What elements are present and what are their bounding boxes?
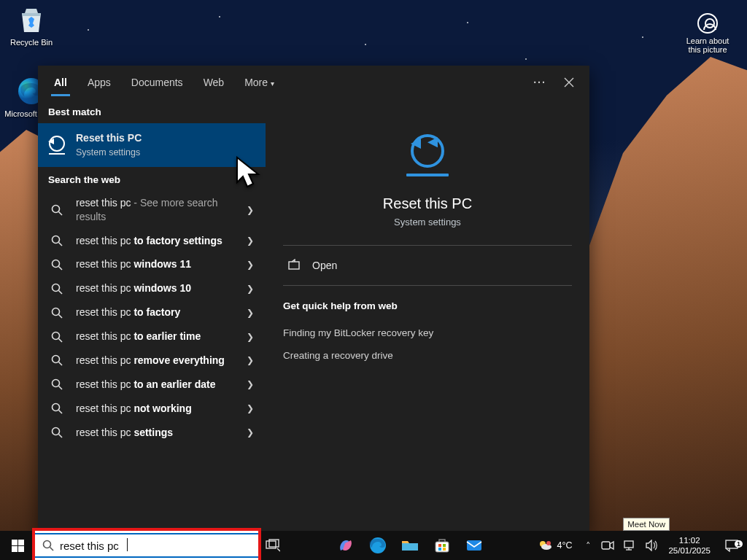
- learn-about-picture[interactable]: Learn about this picture: [678, 13, 737, 54]
- desktop-icon-recycle-bin[interactable]: Recycle Bin: [3, 4, 60, 47]
- svg-point-7: [53, 284, 60, 291]
- task-view-icon: [266, 539, 280, 552]
- tab-web[interactable]: Web: [193, 69, 235, 96]
- chevron-right-icon: ❯: [244, 403, 257, 413]
- weather-widget[interactable]: 4°C: [530, 538, 579, 553]
- search-icon: [48, 402, 66, 414]
- result-text: reset this pc windows 11: [76, 257, 244, 271]
- weather-icon: [538, 538, 552, 553]
- search-icon: [48, 427, 66, 438]
- search-icon: [48, 235, 66, 246]
- search-icon: [42, 540, 54, 551]
- copilot-icon: [336, 536, 355, 555]
- folder-icon: [400, 536, 419, 555]
- tray-meet-now[interactable]: [597, 531, 619, 560]
- taskbar: 4°C ˄ 11:02 25/01/2025 1: [0, 531, 747, 560]
- svg-rect-30: [443, 544, 446, 547]
- close-button[interactable]: [554, 68, 584, 97]
- taskbar-store[interactable]: [427, 531, 457, 560]
- svg-line-2: [59, 211, 63, 215]
- section-best-match: Best match: [38, 99, 266, 123]
- tab-more[interactable]: More ▾: [234, 69, 285, 96]
- result-web-1[interactable]: reset this pc to factory settings❯: [38, 229, 266, 253]
- windows-logo-icon: [12, 540, 24, 552]
- desktop-icon-label: Recycle Bin: [3, 38, 60, 47]
- action-center-button[interactable]: 1: [716, 539, 747, 552]
- svg-point-13: [53, 356, 60, 363]
- start-button[interactable]: [0, 531, 35, 560]
- svg-line-16: [59, 386, 63, 390]
- svg-rect-32: [443, 548, 446, 551]
- result-text: reset this pc settings: [76, 426, 244, 440]
- search-icon: [48, 354, 66, 366]
- result-web-6[interactable]: reset this pc remove everything❯: [38, 349, 266, 373]
- svg-rect-38: [624, 541, 633, 548]
- accessibility-icon: [697, 13, 718, 34]
- recycle-bin-icon: [16, 4, 47, 35]
- svg-line-18: [59, 411, 63, 414]
- svg-point-17: [53, 404, 60, 411]
- chevron-down-icon: ▾: [271, 79, 274, 88]
- options-button[interactable]: ···: [525, 68, 554, 97]
- svg-line-4: [59, 242, 63, 246]
- taskbar-search[interactable]: [35, 531, 258, 560]
- clock-time: 11:02: [668, 535, 711, 545]
- chevron-right-icon: ❯: [244, 308, 257, 318]
- svg-rect-28: [436, 542, 449, 552]
- result-web-0[interactable]: reset this pc - See more search results❯: [38, 191, 266, 229]
- search-icon: [48, 307, 66, 319]
- learn-about-label: this picture: [678, 45, 737, 54]
- tray-volume[interactable]: [640, 531, 662, 560]
- svg-rect-33: [467, 540, 481, 551]
- reset-pc-icon: [403, 134, 452, 184]
- tab-apps[interactable]: Apps: [77, 69, 121, 96]
- task-view-button[interactable]: [258, 531, 287, 560]
- result-best-match[interactable]: Reset this PC System settings: [38, 123, 266, 167]
- taskbar-mail[interactable]: [460, 531, 489, 560]
- tray-network[interactable]: [619, 531, 640, 560]
- result-title: Reset this PC: [76, 131, 257, 145]
- weather-temp: 4°C: [557, 540, 572, 551]
- chevron-right-icon: ❯: [244, 284, 257, 294]
- tab-all[interactable]: All: [44, 69, 77, 96]
- result-text: reset this pc to an earlier date: [76, 378, 244, 392]
- chevron-right-icon: ❯: [244, 260, 257, 270]
- taskbar-copilot[interactable]: [331, 531, 360, 560]
- chevron-right-icon: ❯: [244, 355, 257, 365]
- result-web-8[interactable]: reset this pc not working❯: [38, 397, 266, 421]
- close-icon: [564, 77, 574, 88]
- taskbar-edge[interactable]: [363, 531, 392, 560]
- result-web-2[interactable]: reset this pc windows 11❯: [38, 252, 266, 276]
- reset-pc-icon: [48, 136, 66, 155]
- quick-help-link[interactable]: Creating a recovery drive: [283, 344, 572, 367]
- open-icon: [287, 259, 301, 272]
- chevron-right-icon: ❯: [244, 236, 257, 246]
- svg-point-3: [53, 236, 60, 243]
- result-web-9[interactable]: reset this pc settings❯: [38, 421, 266, 445]
- open-label: Open: [312, 260, 337, 271]
- svg-line-20: [59, 435, 63, 438]
- search-icon: [48, 378, 66, 390]
- result-web-4[interactable]: reset this pc to factory❯: [38, 300, 266, 324]
- section-search-web: Search the web: [38, 167, 266, 191]
- result-web-5[interactable]: reset this pc to earlier time❯: [38, 324, 266, 349]
- result-text: reset this pc not working: [76, 402, 244, 416]
- svg-rect-29: [438, 544, 441, 547]
- result-web-7[interactable]: reset this pc to an earlier date❯: [38, 373, 266, 397]
- result-text: reset this pc remove everything: [76, 354, 244, 368]
- result-subtitle: System settings: [76, 147, 257, 159]
- taskbar-clock[interactable]: 11:02 25/01/2025: [662, 535, 716, 556]
- speaker-icon: [645, 540, 658, 551]
- result-web-3[interactable]: reset this pc windows 10❯: [38, 276, 266, 300]
- svg-rect-31: [438, 548, 441, 551]
- taskbar-file-explorer[interactable]: [395, 531, 425, 560]
- preview-subtitle: System settings: [283, 217, 572, 228]
- quick-help-link[interactable]: Finding my BitLocker recovery key: [283, 322, 572, 344]
- open-action[interactable]: Open: [283, 246, 572, 285]
- network-icon: [623, 540, 636, 551]
- preview-column: Reset this PC System settings Open Get q…: [266, 99, 589, 531]
- search-input[interactable]: [35, 534, 258, 556]
- tab-documents[interactable]: Documents: [121, 69, 193, 96]
- tray-overflow[interactable]: ˄: [579, 531, 597, 560]
- result-text: reset this pc - See more search results: [76, 196, 244, 224]
